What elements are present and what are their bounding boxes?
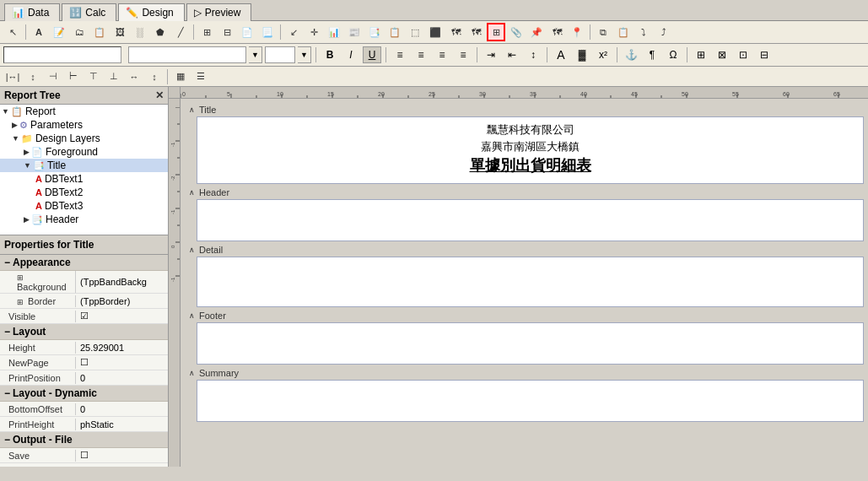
obj-btn[interactable]: ⬚ — [406, 23, 424, 41]
ruler-btn5[interactable]: ⊤ — [84, 68, 103, 86]
font-dropdown[interactable]: ▼ — [249, 46, 262, 63]
tree-item-parameters[interactable]: ▶ ⚙ Parameters — [0, 118, 168, 132]
table3-btn[interactable]: ⊞ — [692, 46, 710, 63]
band-label-detail[interactable]: ∧ Detail — [185, 243, 864, 257]
band-label-header[interactable]: ∧ Header — [185, 186, 864, 199]
map2-btn[interactable]: 📍 — [568, 23, 586, 41]
text-btn[interactable]: A — [30, 23, 48, 41]
map-btn[interactable]: 🗺 — [547, 23, 566, 41]
paste-btn[interactable]: 📋 — [614, 23, 633, 41]
obj5-btn[interactable]: 📎 — [507, 23, 526, 41]
tab-calc[interactable]: 🔢 Calc — [62, 3, 116, 21]
obj3-btn[interactable]: 🗺 — [446, 23, 465, 41]
tab-design[interactable]: ✏️ Design — [118, 3, 184, 21]
detail-band-content[interactable] — [197, 257, 864, 307]
prop-val-printheight[interactable]: phStatic — [76, 419, 168, 430]
prop-val-printposition[interactable]: 0 — [76, 372, 168, 384]
field2-btn[interactable]: 📋 — [90, 23, 109, 41]
shape-btn[interactable]: ⬟ — [151, 23, 170, 41]
color-btn[interactable]: A — [552, 46, 570, 63]
ruler-btn10[interactable]: ☰ — [191, 68, 210, 86]
underline-btn[interactable]: U — [363, 46, 381, 63]
ruler-btn4[interactable]: ⊢ — [64, 68, 83, 86]
chart-btn[interactable]: 📊 — [325, 23, 343, 41]
band-label-footer[interactable]: ∧ Footer — [185, 309, 864, 322]
prop-val-height[interactable]: 25.929001 — [76, 342, 168, 354]
tree-item-design-layers[interactable]: ▼ 📁 Design Layers — [0, 132, 168, 145]
props-section-layout[interactable]: − Layout — [0, 324, 168, 340]
tree-item-dbtext3[interactable]: A DBText3 — [0, 199, 168, 213]
bold-btn[interactable]: B — [321, 46, 339, 63]
ruler-btn2[interactable]: ↕ — [24, 68, 42, 86]
line-btn[interactable]: ╱ — [171, 23, 190, 41]
ruler-btn8[interactable]: ↕ — [145, 68, 164, 86]
paste3-btn[interactable]: ⤴ — [655, 23, 673, 41]
tree-item-dbtext2[interactable]: A DBText2 — [0, 186, 168, 199]
align-justify-btn[interactable]: ≡ — [454, 46, 472, 63]
rtf-btn[interactable]: 📃 — [258, 23, 277, 41]
image-btn[interactable]: 🖼 — [111, 23, 129, 41]
tree-item-header[interactable]: ▶ 📑 Header — [0, 213, 168, 226]
tree-item-title[interactable]: ▼ 📑 Title — [0, 159, 168, 172]
ruler-btn6[interactable]: ⊥ — [105, 68, 123, 86]
table5-btn[interactable]: ⊡ — [734, 46, 752, 63]
rich-text-btn[interactable]: 📝 — [50, 23, 68, 41]
memo-btn[interactable]: 📄 — [238, 23, 256, 41]
tree-close-btn[interactable]: ✕ — [155, 89, 164, 101]
prop-val-border[interactable]: (TppBorder) — [76, 295, 168, 307]
align-right-btn[interactable]: ≡ — [433, 46, 451, 63]
props-section-output[interactable]: − Output - File — [0, 432, 168, 448]
symbol-btn[interactable]: Ω — [664, 46, 682, 63]
select-tool-btn[interactable]: ↖ — [3, 23, 22, 41]
active-tool-btn[interactable]: ⊞ — [487, 23, 505, 41]
align-left-btn[interactable]: ≡ — [391, 46, 409, 63]
table2-btn[interactable]: ⊟ — [218, 23, 236, 41]
tree-item-dbtext1[interactable]: A DBText1 — [0, 172, 168, 186]
indent-btn[interactable]: ⇥ — [482, 46, 500, 63]
italic-btn[interactable]: I — [342, 46, 360, 63]
cross-btn[interactable]: ✛ — [305, 23, 323, 41]
subreport2-btn[interactable]: 📑 — [365, 23, 384, 41]
header-band-content[interactable] — [197, 199, 864, 241]
band-label-title[interactable]: ∧ Title — [185, 103, 864, 116]
subreport3-btn[interactable]: 📋 — [385, 23, 404, 41]
superscript-btn[interactable]: x² — [594, 46, 612, 63]
field-btn[interactable]: 🗂 — [70, 23, 89, 41]
table4-btn[interactable]: ⊠ — [713, 46, 731, 63]
props-section-layout-dynamic[interactable]: − Layout - Dynamic — [0, 386, 168, 402]
align-center-btn[interactable]: ≡ — [412, 46, 430, 63]
highlight-btn[interactable]: ▓ — [573, 46, 591, 63]
footer-band-content[interactable] — [197, 322, 864, 365]
table-btn[interactable]: ⊞ — [197, 23, 216, 41]
size-dropdown[interactable]: ▼ — [298, 46, 311, 63]
font-name-input[interactable]: Arial — [128, 46, 246, 63]
props-section-appearance[interactable]: − Appearance — [0, 255, 168, 271]
spacing-btn[interactable]: ↕ — [524, 46, 542, 63]
tab-data[interactable]: 📊 Data — [4, 3, 60, 21]
tree-item-report[interactable]: ▼ 📋 Report — [0, 105, 168, 118]
tab-preview[interactable]: ▷ Preview — [186, 3, 252, 21]
anchor-btn[interactable]: ⚓ — [622, 46, 640, 63]
band-label-summary[interactable]: ∧ Summary — [185, 366, 864, 380]
paste2-btn[interactable]: ⤵ — [634, 23, 653, 41]
obj4-btn[interactable]: 🗺 — [466, 23, 485, 41]
ruler-btn1[interactable]: |↔| — [3, 68, 22, 86]
prop-val-bottomoffset[interactable]: 0 — [76, 403, 168, 415]
ruler-btn9[interactable]: ▦ — [171, 68, 190, 86]
table6-btn[interactable]: ⊟ — [755, 46, 774, 63]
ruler-btn3[interactable]: ⊣ — [44, 68, 62, 86]
search-input[interactable] — [3, 46, 121, 63]
tree-content[interactable]: ▼ 📋 Report ▶ ⚙ Parameters ▼ 📁 Design Lay… — [0, 105, 168, 235]
title-band-content[interactable]: 飄慧科技有限公司 嘉興市南湖區大橋鎮 單據別出貨明細表 — [197, 116, 864, 184]
copy-btn[interactable]: ⧉ — [594, 23, 612, 41]
tree-item-foreground[interactable]: ▶ 📄 Foreground — [0, 145, 168, 159]
barcode-btn[interactable]: ░ — [131, 23, 149, 41]
ruler-btn7[interactable]: ↔ — [125, 68, 143, 86]
subreport-btn[interactable]: 📰 — [345, 23, 364, 41]
sub-btn[interactable]: ↙ — [284, 23, 303, 41]
font-size-input[interactable]: 16 — [265, 46, 295, 63]
pin-btn[interactable]: 📌 — [527, 23, 546, 41]
outdent-btn[interactable]: ⇤ — [503, 46, 521, 63]
expand-background[interactable]: ⊞ — [17, 273, 24, 282]
prop-val-background[interactable]: (TppBandBackg — [76, 276, 168, 288]
